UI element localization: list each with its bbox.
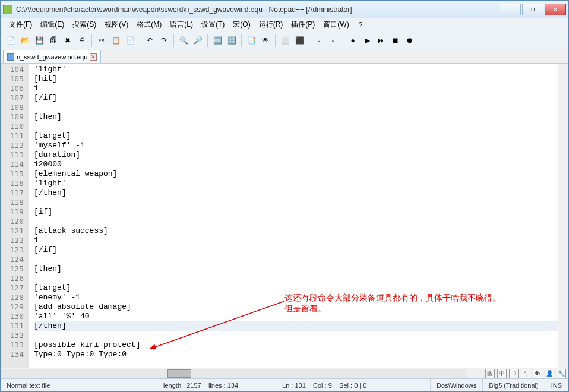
- toolbar: 📄📂💾🗐✖🖨✂📋📄↶↷🔍🔎🔤🔠📑👁⬜⬛▫▫●▶⏭⏹⏺: [1, 31, 568, 49]
- status-icon[interactable]: 囻: [485, 369, 495, 378]
- code-line[interactable]: 1: [34, 236, 558, 245]
- toolbar-button[interactable]: ▫: [312, 34, 325, 47]
- code-line[interactable]: [hit]: [34, 74, 558, 84]
- status-icons: 囻中☽°,🗣👤🔧: [485, 368, 566, 379]
- code-line[interactable]: [if]: [34, 207, 558, 217]
- toolbar-button[interactable]: ●: [346, 34, 359, 47]
- app-icon: [3, 5, 12, 14]
- toolbar-button[interactable]: 🔤: [211, 34, 224, 47]
- line-number: 121: [1, 226, 29, 236]
- toolbar-button[interactable]: 🔍: [177, 34, 190, 47]
- code-line[interactable]: [duration]: [34, 150, 558, 160]
- menu-item[interactable]: ?: [355, 20, 366, 30]
- line-number: 126: [1, 274, 29, 283]
- code-line[interactable]: [34, 274, 558, 283]
- code-line[interactable]: 'light': [34, 179, 558, 188]
- toolbar-button[interactable]: 📑: [245, 34, 258, 47]
- code-line[interactable]: [target]: [34, 283, 558, 293]
- code-line[interactable]: [/if]: [34, 245, 558, 255]
- line-number: 125: [1, 264, 29, 274]
- vertical-scrollbar[interactable]: [558, 64, 568, 368]
- toolbar-separator: [309, 34, 309, 47]
- code-area[interactable]: 'light'[hit]1[/if][then][target]'myself'…: [29, 64, 558, 368]
- window-root: C:\A\equipment\character\swordman\weapon…: [0, 0, 569, 392]
- menubar: 文件(F)编辑(E)搜索(S)视图(V)格式(M)语言(L)设置(T)宏(O)运…: [1, 18, 568, 31]
- code-line[interactable]: 'light': [34, 65, 558, 74]
- code-line[interactable]: 'myself' -1: [34, 141, 558, 150]
- toolbar-button[interactable]: 💾: [33, 34, 46, 47]
- toolbar-button[interactable]: ↷: [157, 34, 170, 47]
- scrollbar-thumb[interactable]: [167, 369, 191, 378]
- menu-item[interactable]: 格式(M): [133, 18, 165, 31]
- toolbar-button[interactable]: 🔎: [191, 34, 204, 47]
- toolbar-button[interactable]: ⏭: [375, 34, 388, 47]
- toolbar-button[interactable]: ⬛: [293, 34, 306, 47]
- menu-item[interactable]: 窗口(W): [320, 18, 352, 31]
- status-icon[interactable]: 🗣: [533, 369, 542, 378]
- horizontal-scrollbar[interactable]: [1, 369, 467, 378]
- toolbar-button[interactable]: 🗐: [47, 34, 60, 47]
- menu-item[interactable]: 运行(R): [255, 18, 287, 31]
- toolbar-separator: [140, 34, 140, 47]
- editor[interactable]: 1041051061071081091101111121131141151161…: [1, 64, 568, 368]
- toolbar-button[interactable]: ⏺: [403, 34, 416, 47]
- menu-item[interactable]: 编辑(E): [37, 18, 68, 31]
- code-line[interactable]: [attack success]: [34, 226, 558, 236]
- toolbar-button[interactable]: ⏹: [389, 34, 402, 47]
- minimize-button[interactable]: —: [500, 4, 521, 15]
- status-icon[interactable]: 👤: [545, 369, 554, 378]
- code-line[interactable]: [34, 255, 558, 264]
- toolbar-button[interactable]: ✖: [61, 34, 74, 47]
- code-line[interactable]: [elemental weapon]: [34, 169, 558, 179]
- code-line[interactable]: [/then]: [34, 321, 558, 331]
- toolbar-button[interactable]: 📄: [124, 34, 137, 47]
- code-line[interactable]: [34, 198, 558, 207]
- code-line[interactable]: [/if]: [34, 93, 558, 103]
- status-icon[interactable]: 🔧: [557, 369, 566, 378]
- code-line[interactable]: [then]: [34, 264, 558, 274]
- toolbar-button[interactable]: ▶: [361, 34, 374, 47]
- toolbar-button[interactable]: 📂: [18, 34, 31, 47]
- toolbar-button[interactable]: ⬜: [279, 34, 292, 47]
- code-line[interactable]: [34, 331, 558, 340]
- menu-item[interactable]: 插件(P): [287, 18, 318, 31]
- status-icon[interactable]: 中: [497, 369, 507, 378]
- toolbar-button[interactable]: ▫: [327, 34, 340, 47]
- line-number: 106: [1, 84, 29, 93]
- code-line[interactable]: 120000: [34, 160, 558, 169]
- status-icon[interactable]: °,: [521, 369, 530, 378]
- maximize-button[interactable]: ❐: [522, 4, 543, 15]
- titlebar[interactable]: C:\A\equipment\character\swordman\weapon…: [1, 1, 568, 18]
- toolbar-separator: [241, 34, 242, 47]
- line-number: 104: [1, 65, 29, 74]
- toolbar-button[interactable]: 🔠: [225, 34, 238, 47]
- code-line[interactable]: Type:0 Type:0 Type:0: [34, 350, 558, 359]
- toolbar-button[interactable]: 🖨: [75, 34, 88, 47]
- menu-item[interactable]: 宏(O): [229, 18, 254, 31]
- menu-item[interactable]: 文件(F): [5, 18, 36, 31]
- menu-item[interactable]: 设置(T): [198, 18, 228, 31]
- code-line[interactable]: [then]: [34, 112, 558, 122]
- toolbar-button[interactable]: ✂: [95, 34, 108, 47]
- toolbar-button[interactable]: 👁: [259, 34, 272, 47]
- close-button[interactable]: ✕: [545, 4, 566, 15]
- tab-active[interactable]: n_sswd_gwavewind.equ ✕: [3, 50, 101, 63]
- code-line[interactable]: [34, 103, 558, 112]
- menu-item[interactable]: 语言(L): [166, 18, 197, 31]
- status-icon[interactable]: ☽: [509, 369, 519, 378]
- menu-item[interactable]: 搜索(S): [69, 18, 100, 31]
- toolbar-button[interactable]: 📄: [4, 34, 17, 47]
- status-filetype: Normal text file: [1, 379, 157, 391]
- line-number: 134: [1, 350, 29, 359]
- menu-item[interactable]: 视图(V): [101, 18, 132, 31]
- code-line[interactable]: [34, 122, 558, 131]
- code-line[interactable]: [target]: [34, 131, 558, 141]
- toolbar-separator: [275, 34, 276, 47]
- code-line[interactable]: 1: [34, 84, 558, 93]
- toolbar-button[interactable]: 📋: [109, 34, 122, 47]
- code-line[interactable]: [34, 217, 558, 226]
- toolbar-button[interactable]: ↶: [143, 34, 156, 47]
- code-line[interactable]: [possible kiri protect]: [34, 340, 558, 350]
- tab-close-icon[interactable]: ✕: [90, 53, 97, 61]
- code-line[interactable]: [/then]: [34, 188, 558, 198]
